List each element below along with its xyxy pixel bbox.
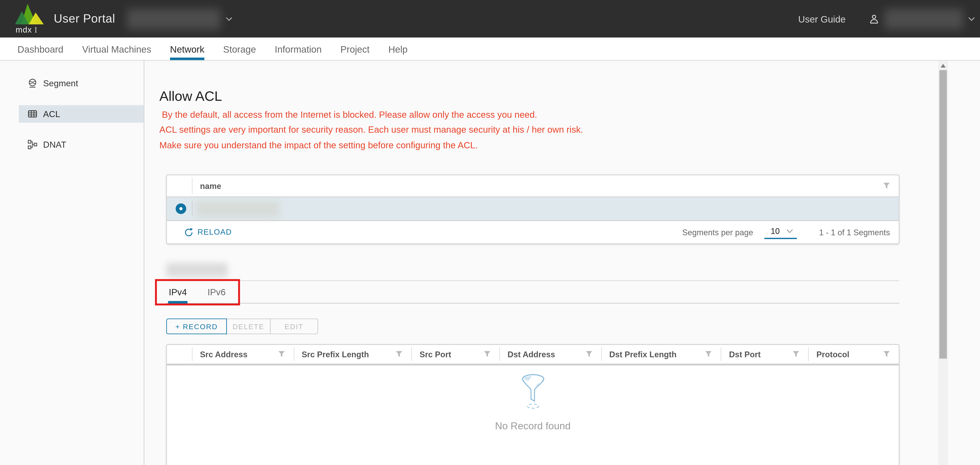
- segments-table-footer: RELOAD Segments per page 10 1 - 1 of 1 S…: [167, 221, 899, 243]
- reload-label: RELOAD: [197, 228, 232, 236]
- brand-logo: mdx I: [15, 2, 46, 35]
- vertical-scrollbar[interactable]: [938, 61, 948, 465]
- sidebar-item-dnat[interactable]: DNAT: [19, 136, 144, 153]
- pagination-range: 1 - 1 of 1 Segments: [819, 227, 890, 237]
- radio-selected-icon[interactable]: [176, 203, 186, 214]
- logo-text: mdx I: [16, 25, 37, 35]
- no-record-text: No Record found: [167, 420, 899, 432]
- right-gutter: [948, 61, 980, 465]
- filter-icon[interactable]: [793, 351, 800, 358]
- sidebar-item-segment[interactable]: Segment: [19, 75, 144, 92]
- org-nodes-icon: [27, 140, 37, 150]
- chevron-down-icon: [968, 16, 975, 21]
- globe-icon: [27, 78, 37, 88]
- column-src-port: Src Port: [411, 345, 500, 364]
- column-dst-prefix-length: Dst Prefix Length: [601, 345, 721, 364]
- name-column-header: name: [200, 181, 221, 190]
- sidebar-item-label: Segment: [43, 78, 78, 88]
- segments-table-header: name: [167, 175, 899, 197]
- filter-icon[interactable]: [883, 182, 890, 189]
- ip-version-tabbar: IPv4 IPv6: [166, 280, 899, 304]
- segment-row-selected[interactable]: [167, 197, 899, 221]
- tab-dashboard[interactable]: Dashboard: [18, 37, 64, 60]
- filter-icon[interactable]: [883, 351, 890, 358]
- add-record-button[interactable]: + RECORD: [166, 318, 227, 334]
- records-table-header: Src Address Src Prefix Length Src Port D…: [167, 345, 899, 366]
- sidebar-item-acl[interactable]: ACL: [19, 105, 144, 123]
- user-guide-link[interactable]: User Guide: [798, 13, 846, 24]
- refresh-icon: [185, 228, 193, 236]
- scroll-up-arrow-icon[interactable]: [940, 64, 945, 67]
- sidebar-item-label: DNAT: [43, 140, 66, 150]
- warning-line: Make sure you understand the impact of t…: [159, 137, 583, 153]
- column-dst-port: Dst Port: [721, 345, 808, 364]
- segments-table-card: name RELOAD: [166, 175, 899, 244]
- table-icon: [27, 109, 37, 119]
- app-title: User Portal: [54, 12, 115, 26]
- column-separator: [192, 201, 192, 217]
- warning-text-block: By the default, all access from the Inte…: [159, 107, 583, 153]
- empty-filter-funnel-icon: [517, 373, 549, 409]
- app-header: mdx I User Portal User Guide: [0, 0, 980, 37]
- per-page-label: Segments per page: [682, 227, 753, 237]
- column-separator: [192, 178, 192, 194]
- screen: mdx I User Portal User Guide Dashboard V…: [0, 0, 980, 465]
- warning-line: By the default, all access from the Inte…: [159, 107, 583, 122]
- warning-line: ACL settings are very important for secu…: [159, 122, 583, 137]
- project-selector[interactable]: [127, 8, 233, 29]
- filter-icon[interactable]: [396, 351, 403, 358]
- empty-state: No Record found: [167, 366, 899, 432]
- column-src-prefix-length: Src Prefix Length: [294, 345, 411, 364]
- redacted-segment-heading: [166, 263, 228, 278]
- filter-icon[interactable]: [484, 351, 491, 358]
- record-actions: + RECORD DELETE EDIT: [166, 318, 318, 334]
- user-icon: [869, 13, 879, 24]
- scrollbar-thumb[interactable]: [939, 70, 947, 359]
- records-table-card: Src Address Src Prefix Length Src Port D…: [166, 344, 899, 465]
- main-nav: Dashboard Virtual Machines Network Stora…: [0, 37, 980, 61]
- delete-button[interactable]: DELETE: [226, 318, 270, 334]
- chevron-down-icon: [786, 229, 793, 233]
- sidebar-item-label: ACL: [43, 109, 60, 119]
- select-column: [167, 345, 192, 364]
- logo-mountains-icon: [15, 3, 45, 24]
- tab-ipv4[interactable]: IPv4: [168, 281, 188, 303]
- page-title: Allow ACL: [159, 88, 222, 105]
- tab-information[interactable]: Information: [275, 37, 322, 60]
- redacted-user-name: [885, 8, 963, 29]
- filter-icon[interactable]: [585, 351, 592, 358]
- column-src-address: Src Address: [192, 345, 294, 364]
- tab-network[interactable]: Network: [170, 37, 204, 60]
- reload-button[interactable]: RELOAD: [185, 228, 232, 236]
- edit-button[interactable]: EDIT: [270, 318, 318, 334]
- filter-icon[interactable]: [705, 351, 712, 358]
- column-dst-address: Dst Address: [500, 345, 601, 364]
- column-protocol: Protocol: [808, 345, 899, 364]
- main-content: Allow ACL By the default, all access fro…: [144, 61, 938, 465]
- tab-project[interactable]: Project: [340, 37, 369, 60]
- redacted-project-name: [127, 8, 221, 29]
- redacted-segment-name: [196, 200, 279, 217]
- per-page-select[interactable]: 10: [764, 225, 797, 239]
- sidebar: Segment ACL DNAT: [0, 61, 144, 465]
- per-page-value: 10: [771, 227, 780, 236]
- chevron-down-icon: [226, 16, 233, 21]
- user-menu[interactable]: [869, 8, 975, 29]
- tab-virtual-machines[interactable]: Virtual Machines: [82, 37, 151, 60]
- tab-help[interactable]: Help: [388, 37, 407, 60]
- filter-icon[interactable]: [278, 351, 285, 358]
- tab-ipv6[interactable]: IPv6: [207, 281, 226, 303]
- body-row: Segment ACL DNAT: [0, 61, 980, 465]
- tab-storage[interactable]: Storage: [223, 37, 256, 60]
